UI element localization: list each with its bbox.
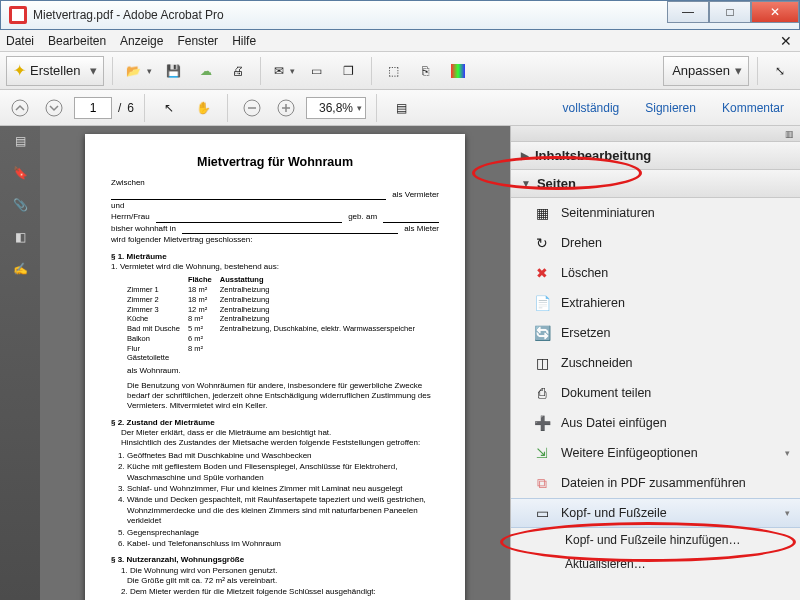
print-button[interactable]: 🖨 xyxy=(224,57,252,85)
tool2-button[interactable]: ❐ xyxy=(335,57,363,85)
export-icon: ⎘ xyxy=(422,64,429,78)
tool-item-more[interactable]: ⇲Weitere Einfügeoptionen▾ xyxy=(511,438,800,468)
delete-icon: ✖ xyxy=(533,264,551,282)
hand-tool-button[interactable]: ↖ xyxy=(155,94,183,122)
dropdown-icon: ▾ xyxy=(785,448,790,458)
menu-window[interactable]: Fenster xyxy=(177,34,218,48)
menu-close-icon[interactable]: ✕ xyxy=(780,33,792,49)
fit-icon: ▤ xyxy=(396,101,407,115)
maximize-button[interactable]: □ xyxy=(709,1,751,23)
tool-item-header[interactable]: ▭Kopf- und Fußzeile▾ xyxy=(511,498,800,528)
panel-menu-icon[interactable]: ▥ xyxy=(785,129,794,139)
menu-help[interactable]: Hilfe xyxy=(232,34,256,48)
attachments-panel-icon[interactable]: 📎 xyxy=(13,198,28,212)
save-button[interactable]: 💾 xyxy=(160,57,188,85)
tool-item-label: Extrahieren xyxy=(561,296,625,310)
accordion-content-editing[interactable]: ▶Inhaltsbearbeitung xyxy=(511,142,800,170)
tool-item-label: Kopf- und Fußzeile xyxy=(561,506,667,520)
thumbnails-panel-icon[interactable]: ▤ xyxy=(15,134,26,148)
tool-item-label: Ersetzen xyxy=(561,326,610,340)
tool1-button[interactable]: ▭ xyxy=(303,57,331,85)
sign-link[interactable]: Signieren xyxy=(635,101,706,115)
expanded-icon: ▼ xyxy=(521,178,531,189)
page-total: 6 xyxy=(127,101,134,115)
minus-circle-icon xyxy=(243,99,261,117)
tool-item-label: Seitenminiaturen xyxy=(561,206,655,220)
layers-panel-icon[interactable]: ◧ xyxy=(15,230,26,244)
save-icon: 💾 xyxy=(166,64,181,78)
page-number-input[interactable] xyxy=(74,97,112,119)
select-tool-button[interactable]: ✋ xyxy=(189,94,217,122)
color-icon xyxy=(451,64,465,78)
tool-item-insert[interactable]: ➕Aus Datei einfügen xyxy=(511,408,800,438)
tool-item-rotate[interactable]: ↻Drehen xyxy=(511,228,800,258)
view-full-link[interactable]: vollständig xyxy=(553,101,630,115)
main-area: ▤ 🔖 📎 ◧ ✍ Mietvertrag für Wohnraum Zwisc… xyxy=(0,126,800,600)
split-icon: ⎙ xyxy=(533,384,551,402)
page-icon: ▭ xyxy=(311,64,322,78)
tool-item-extract[interactable]: 📄Extrahieren xyxy=(511,288,800,318)
print-icon: 🖨 xyxy=(232,64,244,78)
next-page-button[interactable] xyxy=(40,94,68,122)
more-icon: ⇲ xyxy=(533,444,551,462)
tool-item-label: Weitere Einfügeoptionen xyxy=(561,446,698,460)
combine-icon: ⧉ xyxy=(533,474,551,492)
zoom-out-button[interactable] xyxy=(238,94,266,122)
bookmarks-panel-icon[interactable]: 🔖 xyxy=(13,166,28,180)
plus-circle-icon xyxy=(277,99,295,117)
tool4-button[interactable]: ⎘ xyxy=(412,57,440,85)
doc-title: Mietvertrag für Wohnraum xyxy=(111,154,439,170)
cloud-icon: ☁ xyxy=(200,64,212,78)
crop-icon: ◫ xyxy=(533,354,551,372)
pdf-page: Mietvertrag für Wohnraum Zwischen als Ve… xyxy=(85,134,465,600)
extract-icon: 📄 xyxy=(533,294,551,312)
tool-item-label: Dateien in PDF zusammenführen xyxy=(561,476,746,490)
menu-view[interactable]: Anzeige xyxy=(120,34,163,48)
comment-link[interactable]: Kommentar xyxy=(712,101,794,115)
mail-icon: ✉ xyxy=(274,64,284,78)
customize-button[interactable]: Anpassen xyxy=(663,56,749,86)
menu-file[interactable]: Datei xyxy=(6,34,34,48)
tool-item-delete[interactable]: ✖Löschen xyxy=(511,258,800,288)
minimize-button[interactable]: — xyxy=(667,1,709,23)
signatures-panel-icon[interactable]: ✍ xyxy=(13,262,28,276)
zoom-input[interactable]: 36,8% xyxy=(306,97,366,119)
zoom-in-button[interactable] xyxy=(272,94,300,122)
tool-item-thumbs[interactable]: ▦Seitenminiaturen xyxy=(511,198,800,228)
view-toolbar: / 6 ↖ ✋ 36,8% ▤ vollständig Signieren Ko… xyxy=(0,90,800,126)
menu-bar: Datei Bearbeiten Anzeige Fenster Hilfe ✕ xyxy=(0,30,800,52)
tool-item-label: Aus Datei einfügen xyxy=(561,416,667,430)
accordion-pages[interactable]: ▼Seiten xyxy=(511,170,800,198)
tool-item-label: Zuschneiden xyxy=(561,356,633,370)
tool-subitem[interactable]: Kopf- und Fußzeile hinzufügen… xyxy=(511,528,800,552)
tool-item-split[interactable]: ⎙Dokument teilen xyxy=(511,378,800,408)
tool-item-label: Dokument teilen xyxy=(561,386,651,400)
rotate-icon: ↻ xyxy=(533,234,551,252)
tool3-button[interactable]: ⬚ xyxy=(380,57,408,85)
tool-item-combine[interactable]: ⧉Dateien in PDF zusammenführen xyxy=(511,468,800,498)
pages-icon: ❐ xyxy=(343,64,354,78)
svg-point-1 xyxy=(46,100,62,116)
tool-subitem[interactable]: Aktualisieren… xyxy=(511,552,800,576)
open-button[interactable]: 📂 xyxy=(121,57,156,85)
document-view[interactable]: Mietvertrag für Wohnraum Zwischen als Ve… xyxy=(40,126,510,600)
svg-point-0 xyxy=(12,100,28,116)
close-button[interactable]: ✕ xyxy=(751,1,799,23)
tool-item-crop[interactable]: ◫Zuschneiden xyxy=(511,348,800,378)
email-button[interactable]: ✉ xyxy=(269,57,299,85)
page-sep: / xyxy=(118,101,121,115)
menu-edit[interactable]: Bearbeiten xyxy=(48,34,106,48)
title-bar: Mietvertrag.pdf - Adobe Acrobat Pro — □ … xyxy=(0,0,800,30)
thumbs-icon: ▦ xyxy=(533,204,551,222)
cloud-button[interactable]: ☁ xyxy=(192,57,220,85)
prev-page-button[interactable] xyxy=(6,94,34,122)
fit-width-button[interactable]: ▤ xyxy=(387,94,415,122)
create-button[interactable]: ✦Erstellen xyxy=(6,56,104,86)
tool-item-replace[interactable]: 🔄Ersetzen xyxy=(511,318,800,348)
tool5-button[interactable] xyxy=(444,57,472,85)
fullscreen-button[interactable]: ⤡ xyxy=(766,57,794,85)
create-icon: ✦ xyxy=(13,61,26,80)
app-icon xyxy=(9,6,27,24)
cursor-icon: ↖ xyxy=(164,101,174,115)
tools-panel: ▥ ▶Inhaltsbearbeitung ▼Seiten ▦Seitenmin… xyxy=(510,126,800,600)
